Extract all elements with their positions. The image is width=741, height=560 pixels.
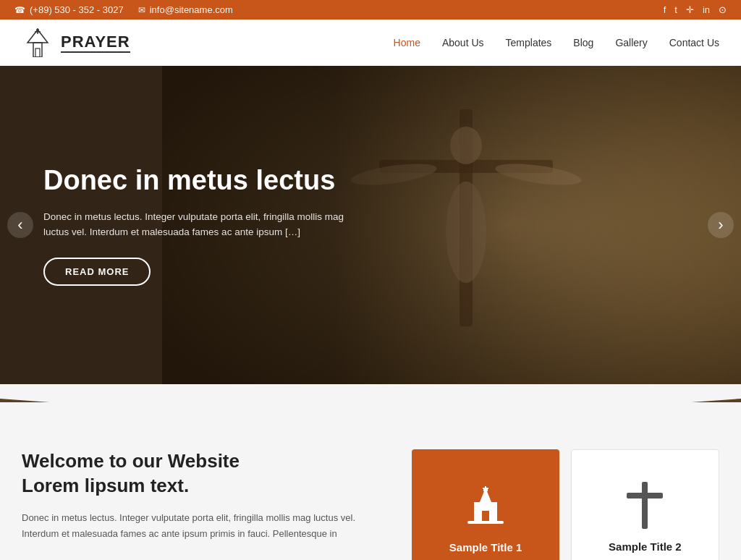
navbar: PRAYER Home About Us Templates Blog Gall…	[0, 20, 741, 66]
top-bar-contact: ☎ (+89) 530 - 352 - 3027 ✉ info@sitename…	[14, 4, 233, 15]
sample-card-1[interactable]: Sample Title 1	[412, 449, 559, 560]
hero-section: ‹ Donec in metus lectus Donec in metus l…	[0, 66, 741, 384]
sample-card-1-title: Sample Title 1	[449, 541, 522, 553]
logo-icon	[22, 28, 54, 57]
hero-prev-button[interactable]: ‹	[7, 212, 33, 238]
bottom-section: Welcome to our WebsiteLorem lipsum text.…	[0, 420, 741, 560]
cross-icon	[627, 482, 663, 532]
svg-rect-4	[35, 48, 40, 57]
sample-card-2-title: Sample Title 2	[609, 540, 682, 553]
email-address: info@sitename.com	[150, 4, 233, 15]
hero-description: Donec in metus lectus. Integer vulputate…	[43, 209, 362, 240]
svg-rect-0	[33, 43, 42, 57]
top-bar: ☎ (+89) 530 - 352 - 3027 ✉ info@sitename…	[0, 0, 741, 20]
instagram-icon[interactable]: ⊙	[719, 4, 727, 15]
church-steeple-icon	[464, 486, 507, 533]
nav-blog[interactable]: Blog	[573, 37, 593, 48]
svg-rect-17	[483, 488, 488, 489]
twitter-icon[interactable]: t	[674, 4, 677, 15]
sample-card-2[interactable]: Sample Title 2	[571, 449, 719, 560]
nav-about[interactable]: About Us	[442, 37, 484, 48]
phone-number: (+89) 530 - 352 - 3027	[30, 4, 124, 15]
logo-text: PRAYER	[61, 33, 130, 53]
sample-cards: Sample Title 1 Sample Title 2	[412, 449, 719, 560]
logo[interactable]: PRAYER	[22, 28, 130, 57]
email-item: ✉ info@sitename.com	[138, 4, 233, 15]
phone-icon: ☎	[14, 5, 25, 15]
email-icon: ✉	[138, 5, 145, 15]
nav-menu: Home About Us Templates Blog Gallery Con…	[394, 37, 719, 48]
hero-title: Donec in metus lectus	[43, 164, 362, 198]
social-links: f t ✛ in ⊙	[664, 4, 727, 15]
hero-next-button[interactable]: ›	[708, 212, 734, 238]
nav-gallery[interactable]: Gallery	[615, 37, 647, 48]
googleplus-icon[interactable]: ✛	[686, 4, 694, 15]
svg-rect-22	[627, 493, 663, 499]
svg-rect-20	[467, 521, 504, 524]
welcome-text-block: Welcome to our WebsiteLorem lipsum text.…	[22, 449, 390, 542]
hero-content: Donec in metus lectus Donec in metus lec…	[0, 164, 405, 286]
hero-read-more-button[interactable]: READ MORE	[43, 258, 151, 286]
nav-templates[interactable]: Templates	[506, 37, 552, 48]
facebook-icon[interactable]: f	[664, 4, 666, 15]
welcome-title: Welcome to our WebsiteLorem lipsum text.	[22, 449, 390, 499]
svg-rect-19	[482, 511, 489, 521]
nav-contact[interactable]: Contact Us	[669, 37, 719, 48]
svg-rect-21	[642, 482, 648, 529]
welcome-description: Donec in metus lectus. Integer vulputate…	[22, 510, 390, 542]
phone-item: ☎ (+89) 530 - 352 - 3027	[14, 4, 124, 15]
linkedin-icon[interactable]: in	[703, 4, 710, 15]
wave-divider	[0, 384, 741, 420]
nav-home[interactable]: Home	[394, 37, 420, 48]
wave-svg	[0, 384, 741, 420]
